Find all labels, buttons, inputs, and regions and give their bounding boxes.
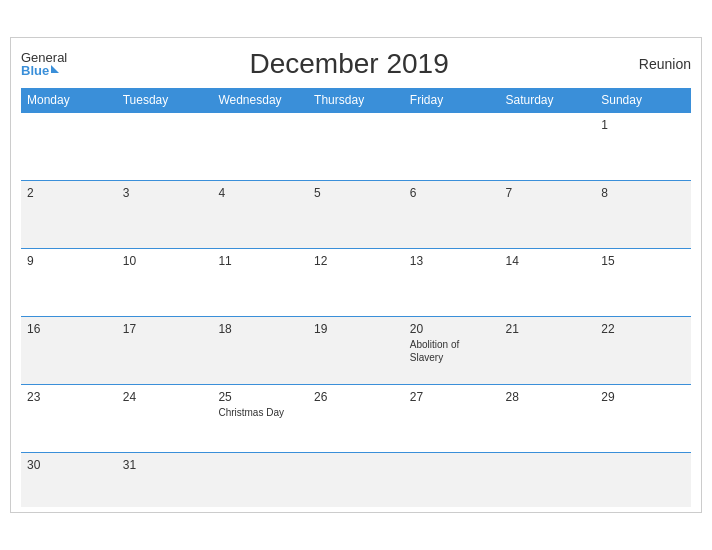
calendar-day-cell: 9 bbox=[21, 248, 117, 316]
calendar-day-cell bbox=[212, 452, 308, 507]
calendar-day-cell: 2 bbox=[21, 180, 117, 248]
day-number: 10 bbox=[123, 254, 207, 268]
header-thursday: Thursday bbox=[308, 88, 404, 113]
calendar-day-cell: 7 bbox=[500, 180, 596, 248]
calendar-week-row: 9101112131415 bbox=[21, 248, 691, 316]
calendar-day-cell: 22 bbox=[595, 316, 691, 384]
logo: General Blue bbox=[21, 51, 67, 77]
calendar-day-cell bbox=[117, 112, 213, 180]
day-number: 24 bbox=[123, 390, 207, 404]
day-number: 12 bbox=[314, 254, 398, 268]
calendar-day-cell: 18 bbox=[212, 316, 308, 384]
logo-blue-text: Blue bbox=[21, 64, 59, 77]
day-number: 20 bbox=[410, 322, 494, 336]
day-number: 11 bbox=[218, 254, 302, 268]
day-number: 2 bbox=[27, 186, 111, 200]
event-text: Christmas Day bbox=[218, 406, 302, 419]
header-saturday: Saturday bbox=[500, 88, 596, 113]
calendar-day-cell: 21 bbox=[500, 316, 596, 384]
calendar-day-cell bbox=[308, 452, 404, 507]
calendar-day-cell: 25Christmas Day bbox=[212, 384, 308, 452]
day-number: 28 bbox=[506, 390, 590, 404]
day-number: 17 bbox=[123, 322, 207, 336]
calendar-day-cell bbox=[595, 452, 691, 507]
calendar-day-cell: 8 bbox=[595, 180, 691, 248]
day-number: 1 bbox=[601, 118, 685, 132]
calendar-day-cell: 1 bbox=[595, 112, 691, 180]
day-number: 15 bbox=[601, 254, 685, 268]
day-number: 29 bbox=[601, 390, 685, 404]
calendar-day-cell: 12 bbox=[308, 248, 404, 316]
header-wednesday: Wednesday bbox=[212, 88, 308, 113]
day-number: 21 bbox=[506, 322, 590, 336]
calendar-day-cell bbox=[21, 112, 117, 180]
calendar-day-cell bbox=[500, 112, 596, 180]
header-monday: Monday bbox=[21, 88, 117, 113]
calendar-day-cell: 5 bbox=[308, 180, 404, 248]
calendar-day-cell bbox=[404, 112, 500, 180]
calendar-week-row: 1 bbox=[21, 112, 691, 180]
calendar-region: Reunion bbox=[631, 56, 691, 72]
day-number: 14 bbox=[506, 254, 590, 268]
calendar-day-cell: 17 bbox=[117, 316, 213, 384]
logo-triangle-icon bbox=[51, 65, 59, 73]
calendar-day-cell: 31 bbox=[117, 452, 213, 507]
calendar-container: General Blue December 2019 Reunion Monda… bbox=[10, 37, 702, 514]
calendar-header: General Blue December 2019 Reunion bbox=[21, 48, 691, 80]
calendar-day-cell: 19 bbox=[308, 316, 404, 384]
day-number: 4 bbox=[218, 186, 302, 200]
calendar-day-cell: 11 bbox=[212, 248, 308, 316]
header-tuesday: Tuesday bbox=[117, 88, 213, 113]
day-number: 27 bbox=[410, 390, 494, 404]
calendar-day-cell: 4 bbox=[212, 180, 308, 248]
event-text: Abolition of Slavery bbox=[410, 338, 494, 364]
header-sunday: Sunday bbox=[595, 88, 691, 113]
calendar-day-cell: 10 bbox=[117, 248, 213, 316]
calendar-week-row: 232425Christmas Day26272829 bbox=[21, 384, 691, 452]
day-number: 23 bbox=[27, 390, 111, 404]
calendar-day-cell: 28 bbox=[500, 384, 596, 452]
day-number: 18 bbox=[218, 322, 302, 336]
day-number: 31 bbox=[123, 458, 207, 472]
day-number: 19 bbox=[314, 322, 398, 336]
day-number: 9 bbox=[27, 254, 111, 268]
calendar-week-row: 1617181920Abolition of Slavery2122 bbox=[21, 316, 691, 384]
header-friday: Friday bbox=[404, 88, 500, 113]
calendar-day-cell: 27 bbox=[404, 384, 500, 452]
day-number: 8 bbox=[601, 186, 685, 200]
calendar-day-cell bbox=[212, 112, 308, 180]
calendar-day-cell: 3 bbox=[117, 180, 213, 248]
calendar-day-cell: 20Abolition of Slavery bbox=[404, 316, 500, 384]
calendar-day-cell: 23 bbox=[21, 384, 117, 452]
day-number: 13 bbox=[410, 254, 494, 268]
day-number: 6 bbox=[410, 186, 494, 200]
calendar-day-cell: 14 bbox=[500, 248, 596, 316]
day-number: 30 bbox=[27, 458, 111, 472]
calendar-title: December 2019 bbox=[67, 48, 631, 80]
calendar-day-cell bbox=[404, 452, 500, 507]
day-number: 7 bbox=[506, 186, 590, 200]
day-number: 5 bbox=[314, 186, 398, 200]
day-number: 25 bbox=[218, 390, 302, 404]
calendar-day-cell: 13 bbox=[404, 248, 500, 316]
calendar-day-cell: 16 bbox=[21, 316, 117, 384]
logo-general-text: General bbox=[21, 51, 67, 64]
calendar-week-row: 2345678 bbox=[21, 180, 691, 248]
calendar-day-cell: 26 bbox=[308, 384, 404, 452]
calendar-grid: Monday Tuesday Wednesday Thursday Friday… bbox=[21, 88, 691, 508]
calendar-day-cell: 30 bbox=[21, 452, 117, 507]
day-number: 3 bbox=[123, 186, 207, 200]
calendar-day-cell: 6 bbox=[404, 180, 500, 248]
calendar-day-cell: 24 bbox=[117, 384, 213, 452]
calendar-day-cell bbox=[308, 112, 404, 180]
calendar-day-cell bbox=[500, 452, 596, 507]
day-number: 16 bbox=[27, 322, 111, 336]
calendar-week-row: 3031 bbox=[21, 452, 691, 507]
day-number: 26 bbox=[314, 390, 398, 404]
weekday-header-row: Monday Tuesday Wednesday Thursday Friday… bbox=[21, 88, 691, 113]
day-number: 22 bbox=[601, 322, 685, 336]
calendar-day-cell: 15 bbox=[595, 248, 691, 316]
calendar-day-cell: 29 bbox=[595, 384, 691, 452]
